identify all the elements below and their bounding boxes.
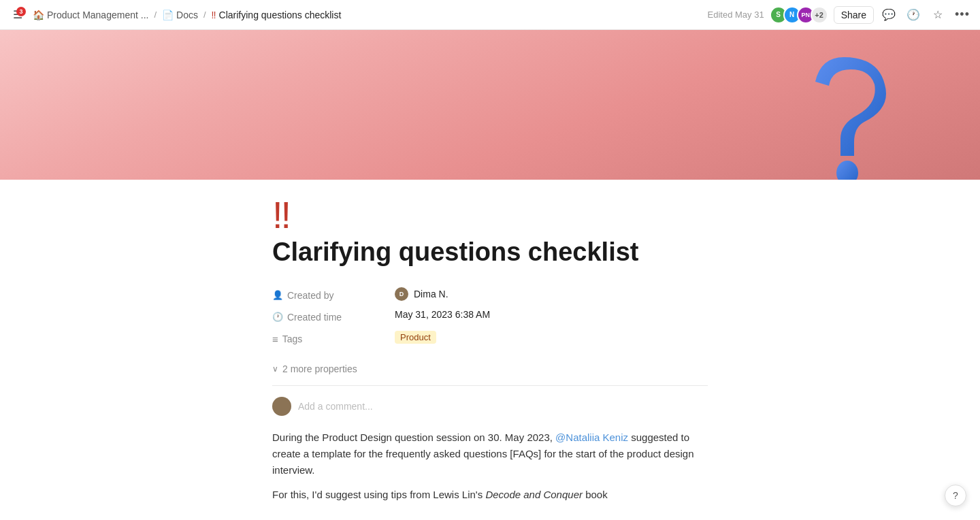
content-divider	[272, 385, 708, 386]
svg-point-0	[836, 161, 858, 180]
user-avatar	[272, 397, 291, 416]
breadcrumb-sep-1: /	[154, 10, 157, 20]
body-text-p2-post: book	[585, 489, 608, 500]
topbar-left: ☰ 3 🏠 Product Management ... / 📄 Docs / …	[8, 5, 708, 25]
current-page-name: Clarifying questions checklist	[219, 10, 342, 20]
star-icon: ☆	[933, 8, 943, 21]
docs-label: Docs	[176, 10, 198, 20]
workspace-icon: 🏠	[33, 10, 44, 20]
tags-icon: ≡	[272, 334, 278, 345]
topbar: ☰ 3 🏠 Product Management ... / 📄 Docs / …	[0, 0, 980, 30]
breadcrumb-current-page[interactable]: ‼ Clarifying questions checklist	[209, 8, 344, 22]
breadcrumb-workspace[interactable]: 🏠 Product Management ...	[30, 8, 151, 22]
breadcrumb: 🏠 Product Management ... / 📄 Docs / ‼ Cl…	[30, 8, 344, 22]
prop-tags-label: ≡ Tags	[272, 331, 395, 345]
properties-section: 👤 Created by D Dima N. 🕐 Created time Ma…	[272, 285, 708, 350]
author-avatar: D	[395, 287, 408, 301]
share-button[interactable]: Share	[834, 6, 874, 24]
question-mark-decoration	[789, 44, 926, 180]
comment-icon: 💬	[882, 8, 896, 21]
avatar-extra[interactable]: +2	[811, 6, 828, 24]
prop-created-by-label: 👤 Created by	[272, 287, 395, 301]
more-properties-label: 2 more properties	[282, 363, 357, 374]
hero-banner	[0, 30, 980, 180]
comment-placeholder[interactable]: Add a comment...	[298, 401, 373, 412]
mention-nataliia[interactable]: @Nataliia Keniz	[555, 432, 628, 443]
star-button[interactable]: ☆	[928, 5, 947, 25]
more-icon: •••	[955, 7, 970, 22]
notification-badge: 3	[16, 7, 26, 16]
chevron-down-icon: ∨	[272, 364, 278, 374]
breadcrumb-sep-2: /	[203, 10, 206, 20]
topbar-right: Edited May 31 S N PN +2 Share 💬 🕐 ☆ •••	[708, 5, 972, 25]
body-paragraph-1: During the Product Design question sessi…	[272, 429, 708, 478]
help-bubble[interactable]: ?	[945, 485, 966, 506]
page-title: Clarifying questions checklist	[272, 237, 708, 268]
more-properties-toggle[interactable]: ∨ 2 more properties	[272, 361, 708, 377]
person-icon: 👤	[272, 290, 283, 300]
comment-button[interactable]: 💬	[879, 5, 898, 25]
docs-icon: 📄	[162, 10, 174, 20]
comment-input-row[interactable]: Add a comment...	[272, 397, 708, 416]
breadcrumb-docs[interactable]: 📄 Docs	[159, 8, 201, 22]
workspace-name: Product Management ...	[47, 10, 148, 20]
menu-button[interactable]: ☰ 3	[8, 5, 27, 25]
clock-icon: 🕐	[272, 312, 283, 322]
prop-created-by-value[interactable]: D Dima N.	[395, 287, 708, 301]
more-button[interactable]: •••	[953, 5, 972, 25]
prop-tags: ≡ Tags Product	[272, 328, 708, 350]
history-icon: 🕐	[906, 8, 920, 21]
edited-label: Edited May 31	[708, 10, 764, 20]
prop-created-time: 🕐 Created time May 31, 2023 6:38 AM	[272, 306, 708, 328]
body-text-pre-mention: During the Product Design question sessi…	[272, 432, 553, 443]
prop-created-time-value: May 31, 2023 6:38 AM	[395, 309, 708, 320]
prop-tags-value[interactable]: Product	[395, 331, 708, 344]
page-content: ‼ Clarifying questions checklist 👤 Creat…	[245, 180, 735, 520]
tag-product[interactable]: Product	[395, 331, 436, 344]
history-button[interactable]: 🕐	[904, 5, 923, 25]
help-icon: ?	[953, 490, 958, 501]
author-name: Dima N.	[414, 289, 448, 299]
collaborator-avatars: S N PN +2	[770, 6, 828, 24]
prop-created-by: 👤 Created by D Dima N.	[272, 285, 708, 306]
prop-created-time-label: 🕐 Created time	[272, 309, 395, 323]
body-paragraph-2: For this, I'd suggest using tips from Le…	[272, 487, 708, 503]
page-emoji[interactable]: ‼	[272, 196, 708, 234]
book-title: Decode and Conquer	[485, 489, 583, 500]
body-text-p2-pre: For this, I'd suggest using tips from Le…	[272, 489, 483, 500]
page-icon-small: ‼	[212, 10, 216, 20]
